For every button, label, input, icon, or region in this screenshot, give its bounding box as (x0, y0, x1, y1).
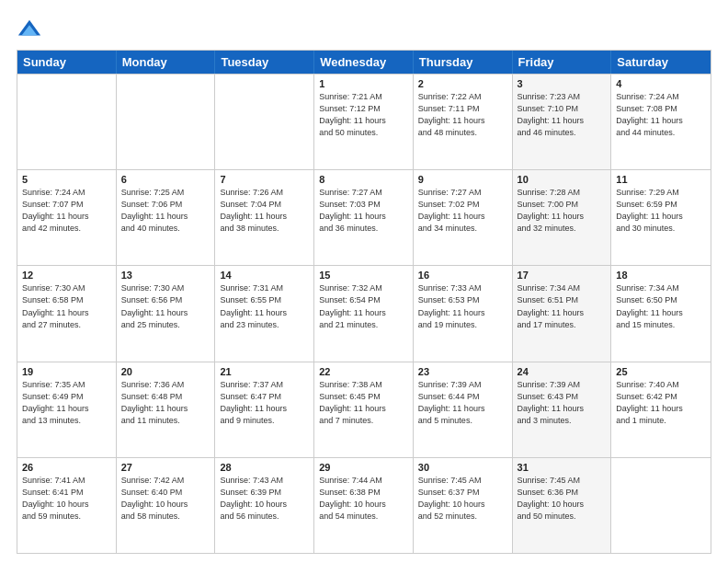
day-cell-4: 4Sunrise: 7:24 AM Sunset: 7:08 PM Daylig… (611, 75, 711, 169)
empty-cell (611, 458, 711, 553)
day-cell-16: 16Sunrise: 7:33 AM Sunset: 6:53 PM Dayli… (414, 266, 513, 361)
day-cell-11: 11Sunrise: 7:29 AM Sunset: 6:59 PM Dayli… (611, 170, 711, 265)
day-number: 24 (518, 366, 607, 377)
day-number: 10 (518, 174, 607, 185)
day-info: Sunrise: 7:24 AM Sunset: 7:07 PM Dayligh… (22, 187, 111, 235)
day-info: Sunrise: 7:22 AM Sunset: 7:11 PM Dayligh… (418, 91, 507, 139)
day-number: 30 (418, 462, 507, 473)
calendar-row-1: 1Sunrise: 7:21 AM Sunset: 7:12 PM Daylig… (17, 74, 711, 169)
day-info: Sunrise: 7:23 AM Sunset: 7:10 PM Dayligh… (518, 91, 607, 139)
day-info: Sunrise: 7:44 AM Sunset: 6:38 PM Dayligh… (319, 475, 408, 523)
day-cell-30: 30Sunrise: 7:45 AM Sunset: 6:37 PM Dayli… (414, 458, 513, 553)
day-number: 28 (220, 462, 309, 473)
day-info: Sunrise: 7:25 AM Sunset: 7:06 PM Dayligh… (121, 187, 210, 235)
day-info: Sunrise: 7:21 AM Sunset: 7:12 PM Dayligh… (319, 91, 408, 139)
day-number: 17 (518, 270, 607, 281)
day-header-monday: Monday (117, 51, 216, 74)
day-cell-21: 21Sunrise: 7:37 AM Sunset: 6:47 PM Dayli… (215, 362, 314, 457)
day-number: 21 (220, 366, 309, 377)
calendar-header-row: SundayMondayTuesdayWednesdayThursdayFrid… (17, 51, 711, 74)
day-cell-26: 26Sunrise: 7:41 AM Sunset: 6:41 PM Dayli… (17, 458, 117, 553)
day-info: Sunrise: 7:45 AM Sunset: 6:36 PM Dayligh… (518, 475, 607, 523)
day-number: 12 (22, 270, 111, 281)
day-number: 9 (418, 174, 507, 185)
day-number: 3 (518, 78, 607, 89)
day-number: 23 (418, 366, 507, 377)
day-cell-13: 13Sunrise: 7:30 AM Sunset: 6:56 PM Dayli… (117, 266, 216, 361)
day-info: Sunrise: 7:30 AM Sunset: 6:56 PM Dayligh… (121, 282, 210, 330)
day-info: Sunrise: 7:26 AM Sunset: 7:04 PM Dayligh… (220, 187, 309, 235)
day-number: 6 (121, 174, 210, 185)
day-info: Sunrise: 7:45 AM Sunset: 6:37 PM Dayligh… (418, 475, 507, 523)
day-number: 16 (418, 270, 507, 281)
day-number: 11 (616, 174, 706, 185)
calendar-row-5: 26Sunrise: 7:41 AM Sunset: 6:41 PM Dayli… (17, 457, 711, 553)
day-number: 19 (22, 366, 111, 377)
day-number: 4 (616, 78, 706, 89)
day-info: Sunrise: 7:32 AM Sunset: 6:54 PM Dayligh… (319, 282, 408, 330)
day-info: Sunrise: 7:40 AM Sunset: 6:42 PM Dayligh… (616, 379, 706, 427)
day-cell-18: 18Sunrise: 7:34 AM Sunset: 6:50 PM Dayli… (611, 266, 711, 361)
day-info: Sunrise: 7:39 AM Sunset: 6:44 PM Dayligh… (418, 379, 507, 427)
day-cell-19: 19Sunrise: 7:35 AM Sunset: 6:49 PM Dayli… (17, 362, 117, 457)
day-number: 18 (616, 270, 706, 281)
day-number: 8 (319, 174, 408, 185)
day-number: 27 (121, 462, 210, 473)
day-cell-2: 2Sunrise: 7:22 AM Sunset: 7:11 PM Daylig… (414, 75, 513, 169)
empty-cell (17, 75, 117, 169)
day-cell-23: 23Sunrise: 7:39 AM Sunset: 6:44 PM Dayli… (414, 362, 513, 457)
day-number: 22 (319, 366, 408, 377)
day-cell-9: 9Sunrise: 7:27 AM Sunset: 7:02 PM Daylig… (414, 170, 513, 265)
day-number: 15 (319, 270, 408, 281)
day-number: 7 (220, 174, 309, 185)
day-info: Sunrise: 7:38 AM Sunset: 6:45 PM Dayligh… (319, 379, 408, 427)
calendar-row-2: 5Sunrise: 7:24 AM Sunset: 7:07 PM Daylig… (17, 169, 711, 265)
day-cell-25: 25Sunrise: 7:40 AM Sunset: 6:42 PM Dayli… (611, 362, 711, 457)
day-info: Sunrise: 7:33 AM Sunset: 6:53 PM Dayligh… (418, 282, 507, 330)
day-cell-15: 15Sunrise: 7:32 AM Sunset: 6:54 PM Dayli… (314, 266, 414, 361)
day-number: 25 (616, 366, 706, 377)
day-cell-10: 10Sunrise: 7:28 AM Sunset: 7:00 PM Dayli… (513, 170, 612, 265)
day-cell-12: 12Sunrise: 7:30 AM Sunset: 6:58 PM Dayli… (17, 266, 117, 361)
day-number: 31 (518, 462, 607, 473)
day-cell-8: 8Sunrise: 7:27 AM Sunset: 7:03 PM Daylig… (314, 170, 414, 265)
day-info: Sunrise: 7:29 AM Sunset: 6:59 PM Dayligh… (616, 187, 706, 235)
day-number: 13 (121, 270, 210, 281)
calendar-body: 1Sunrise: 7:21 AM Sunset: 7:12 PM Daylig… (17, 74, 711, 553)
day-info: Sunrise: 7:24 AM Sunset: 7:08 PM Dayligh… (616, 91, 706, 139)
day-info: Sunrise: 7:34 AM Sunset: 6:51 PM Dayligh… (518, 282, 607, 330)
day-cell-7: 7Sunrise: 7:26 AM Sunset: 7:04 PM Daylig… (215, 170, 314, 265)
page: SundayMondayTuesdayWednesdayThursdayFrid… (0, 0, 728, 563)
day-header-saturday: Saturday (611, 51, 711, 74)
day-cell-29: 29Sunrise: 7:44 AM Sunset: 6:38 PM Dayli… (314, 458, 414, 553)
day-cell-14: 14Sunrise: 7:31 AM Sunset: 6:55 PM Dayli… (215, 266, 314, 361)
empty-cell (117, 75, 216, 169)
day-header-friday: Friday (513, 51, 612, 74)
day-info: Sunrise: 7:34 AM Sunset: 6:50 PM Dayligh… (616, 282, 706, 330)
day-info: Sunrise: 7:30 AM Sunset: 6:58 PM Dayligh… (22, 282, 111, 330)
day-cell-3: 3Sunrise: 7:23 AM Sunset: 7:10 PM Daylig… (513, 75, 612, 169)
day-header-tuesday: Tuesday (215, 51, 314, 74)
calendar: SundayMondayTuesdayWednesdayThursdayFrid… (17, 50, 711, 554)
day-header-thursday: Thursday (414, 51, 513, 74)
day-number: 29 (319, 462, 408, 473)
day-cell-24: 24Sunrise: 7:39 AM Sunset: 6:43 PM Dayli… (513, 362, 612, 457)
day-info: Sunrise: 7:35 AM Sunset: 6:49 PM Dayligh… (22, 379, 111, 427)
day-number: 14 (220, 270, 309, 281)
day-header-sunday: Sunday (17, 51, 117, 74)
header (17, 17, 711, 42)
day-header-wednesday: Wednesday (314, 51, 414, 74)
day-cell-17: 17Sunrise: 7:34 AM Sunset: 6:51 PM Dayli… (513, 266, 612, 361)
day-cell-22: 22Sunrise: 7:38 AM Sunset: 6:45 PM Dayli… (314, 362, 414, 457)
day-cell-28: 28Sunrise: 7:43 AM Sunset: 6:39 PM Dayli… (215, 458, 314, 553)
day-cell-27: 27Sunrise: 7:42 AM Sunset: 6:40 PM Dayli… (117, 458, 216, 553)
day-info: Sunrise: 7:27 AM Sunset: 7:03 PM Dayligh… (319, 187, 408, 235)
day-info: Sunrise: 7:27 AM Sunset: 7:02 PM Dayligh… (418, 187, 507, 235)
day-number: 20 (121, 366, 210, 377)
day-info: Sunrise: 7:42 AM Sunset: 6:40 PM Dayligh… (121, 475, 210, 523)
day-number: 5 (22, 174, 111, 185)
day-info: Sunrise: 7:37 AM Sunset: 6:47 PM Dayligh… (220, 379, 309, 427)
day-cell-1: 1Sunrise: 7:21 AM Sunset: 7:12 PM Daylig… (314, 75, 414, 169)
day-info: Sunrise: 7:41 AM Sunset: 6:41 PM Dayligh… (22, 475, 111, 523)
calendar-row-4: 19Sunrise: 7:35 AM Sunset: 6:49 PM Dayli… (17, 362, 711, 457)
